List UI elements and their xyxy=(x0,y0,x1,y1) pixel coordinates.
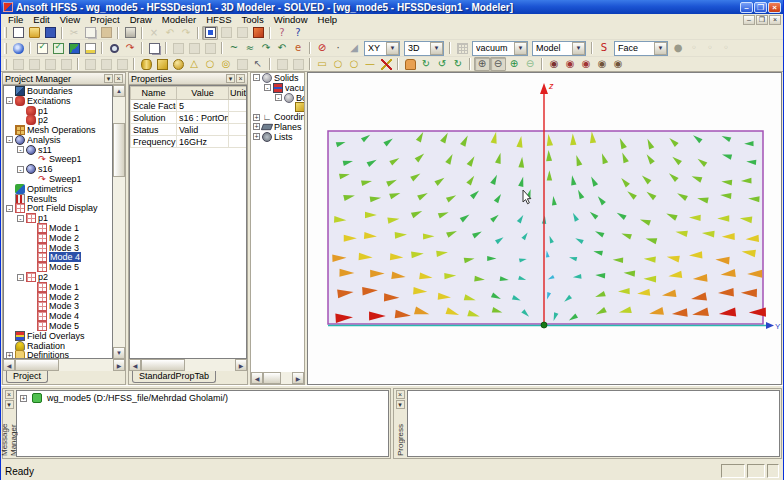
draw-line-segment-button[interactable]: ~ xyxy=(226,41,242,55)
panel-close-button[interactable]: × xyxy=(396,390,405,399)
mdi-minimize-button[interactable]: – xyxy=(743,15,755,25)
scroll-down-button[interactable]: ▼ xyxy=(113,347,125,359)
project-item-mode-2[interactable]: Mode 2 xyxy=(4,292,112,302)
tab-standardproptab[interactable]: StandardPropTab xyxy=(132,371,216,383)
project-item-p1[interactable]: -p1 xyxy=(4,213,112,223)
menu-modeler[interactable]: Modeler xyxy=(157,14,201,26)
menu-edit[interactable]: Edit xyxy=(28,14,54,26)
tree-expander[interactable]: + xyxy=(253,123,260,130)
edit-notes-button[interactable] xyxy=(82,41,98,55)
copy-image-button[interactable] xyxy=(146,41,162,55)
draw-arc-cw-button[interactable]: ↷ xyxy=(258,41,274,55)
draw-arc-3pt-button[interactable]: e xyxy=(290,41,306,55)
tree-expander[interactable]: - xyxy=(17,166,24,173)
project-item-port-field-display[interactable]: -Port Field Display xyxy=(4,204,112,214)
draw-circle-button[interactable]: ○ xyxy=(346,57,362,71)
project-tree-vscrollbar[interactable]: ▲ ▼ xyxy=(113,85,125,359)
minimize-button[interactable]: – xyxy=(740,2,753,13)
draw-arc-ccw-button[interactable]: ↶ xyxy=(274,41,290,55)
display-mode-select[interactable]: Model▼ xyxy=(532,41,586,56)
property-value[interactable]: Valid xyxy=(177,124,229,136)
open-file-button[interactable] xyxy=(26,26,42,40)
property-row-frequency[interactable]: Frequency16GHz xyxy=(131,136,247,148)
modeler-item-coordinate-s[interactable]: +Coordinate S xyxy=(251,112,304,122)
project-manager-header[interactable]: Project Manager ▾ × xyxy=(3,73,125,85)
project-item-boundaries[interactable]: Boundaries xyxy=(4,86,112,96)
chevron-down-icon[interactable]: ▼ xyxy=(654,42,667,55)
project-item-sweep1[interactable]: Sweep1 xyxy=(4,174,112,184)
scroll-right-button[interactable]: ▶ xyxy=(113,359,125,371)
toolbar-grip[interactable] xyxy=(4,59,7,70)
panel-pin-button[interactable]: ▾ xyxy=(396,400,405,409)
mdi-restore-button[interactable]: ❒ xyxy=(756,15,768,25)
tree-expander[interactable]: - xyxy=(264,84,271,91)
project-item-optimetrics[interactable]: Optimetrics xyxy=(4,184,112,194)
scroll-left-button[interactable]: ◀ xyxy=(129,359,141,371)
scroll-right-button[interactable]: ▶ xyxy=(292,372,304,384)
project-item-mode-4[interactable]: Mode 4 xyxy=(4,253,112,263)
zoom-area-button[interactable] xyxy=(106,41,122,55)
zoom-out-button[interactable]: ⊖ xyxy=(490,57,506,71)
view-orientation-5-button[interactable]: ◉ xyxy=(610,57,626,71)
chevron-down-icon[interactable]: ▼ xyxy=(572,42,585,55)
menu-tools[interactable]: Tools xyxy=(237,14,269,26)
new-file-button[interactable] xyxy=(10,26,26,40)
project-item-mode-3[interactable]: Mode 3 xyxy=(4,243,112,253)
draw-line-button[interactable]: — xyxy=(362,57,378,71)
close-button[interactable]: × xyxy=(768,2,781,13)
mdi-close-button[interactable]: × xyxy=(769,15,781,25)
chevron-down-icon[interactable]: ▼ xyxy=(386,42,399,55)
scroll-thumb[interactable] xyxy=(15,359,59,371)
project-item-mode-1[interactable]: Mode 1 xyxy=(4,282,112,292)
pointer-tool-button[interactable]: ↖ xyxy=(250,57,266,71)
print-button[interactable] xyxy=(122,26,138,40)
select-behind-1-button[interactable]: ● xyxy=(670,41,686,55)
chevron-down-icon[interactable]: ▼ xyxy=(514,42,527,55)
tree-expander[interactable]: - xyxy=(253,74,260,81)
panel-pin-button[interactable]: ▾ xyxy=(226,74,235,83)
menu-help[interactable]: Help xyxy=(313,14,343,26)
draw-ellipsoid-button[interactable]: ○ xyxy=(202,57,218,71)
property-row-status[interactable]: StatusValid xyxy=(131,124,247,136)
draw-cone-button[interactable]: △ xyxy=(186,57,202,71)
property-value[interactable]: s16 : PortOnly xyxy=(177,112,229,124)
project-item-mode-2[interactable]: Mode 2 xyxy=(4,233,112,243)
project-item-s11[interactable]: -s11 xyxy=(4,145,112,155)
view-orientation-1-button[interactable]: ◉ xyxy=(546,57,562,71)
modeler-tree-hscrollbar[interactable]: ◀ ▶ xyxy=(251,372,304,384)
panel-close-button[interactable]: × xyxy=(236,74,245,83)
results-plot-button[interactable]: ↷ xyxy=(122,41,138,55)
project-item-analysis[interactable]: -Analysis xyxy=(4,135,112,145)
toolbar-grip[interactable] xyxy=(4,27,7,38)
toolbar-grip[interactable] xyxy=(4,43,7,54)
scroll-left-button[interactable]: ◀ xyxy=(3,359,15,371)
save-button[interactable] xyxy=(42,26,58,40)
draw-rectangle-button[interactable]: ▭ xyxy=(314,57,330,71)
modeler-item-vacuum[interactable]: -vacuum xyxy=(251,83,304,93)
panel-pin-button[interactable]: ▾ xyxy=(5,400,14,409)
project-item-p1[interactable]: p1 xyxy=(4,106,112,116)
tree-expander[interactable]: + xyxy=(253,114,260,121)
solve-ports-button[interactable] xyxy=(10,41,26,55)
zoom-in-window-button[interactable]: ⊕ xyxy=(506,57,522,71)
tree-expander[interactable]: + xyxy=(20,395,27,402)
draw-sphere-button[interactable] xyxy=(170,57,186,71)
working-cs-button[interactable]: ◢ xyxy=(346,41,362,55)
project-item-mode-4[interactable]: Mode 4 xyxy=(4,311,112,321)
drawing-plane-select[interactable]: XY▼ xyxy=(364,41,400,56)
property-value[interactable]: 16GHz xyxy=(177,136,229,148)
project-item-mode-5[interactable]: Mode 5 xyxy=(4,321,112,331)
view-orientation-4-button[interactable]: ◉ xyxy=(594,57,610,71)
project-item-radiation[interactable]: Radiation xyxy=(4,341,112,351)
project-item-results[interactable]: Results xyxy=(4,194,112,204)
project-item-p2[interactable]: -p2 xyxy=(4,272,112,282)
modeler-viewport[interactable]: zY xyxy=(307,72,782,385)
tree-expander[interactable]: - xyxy=(17,274,24,281)
scroll-right-button[interactable]: ▶ xyxy=(235,359,247,371)
modeler-item-planes[interactable]: +Planes xyxy=(251,122,304,132)
validate-button[interactable] xyxy=(34,41,50,55)
menu-project[interactable]: Project xyxy=(85,14,125,26)
title-bar[interactable]: Ansoft HFSS - wg_mode5 - HFSSDesign1 - 3… xyxy=(1,0,783,14)
draw-spline-button[interactable]: ≈ xyxy=(242,41,258,55)
project-item-sweep1[interactable]: Sweep1 xyxy=(4,155,112,165)
